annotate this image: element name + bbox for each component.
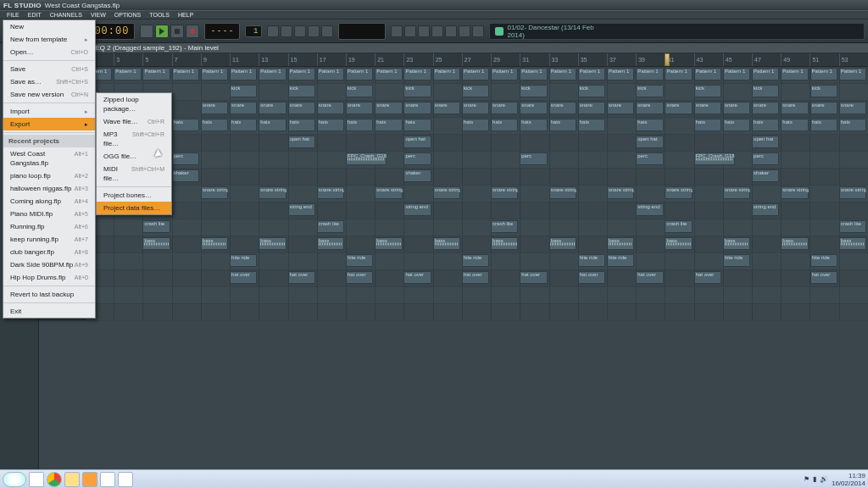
menu-item[interactable]: Piano MIDI.flpAlt+5	[3, 208, 95, 220]
menu-item[interactable]: Export▸	[3, 118, 95, 130]
playlist-track[interactable]: Track 16	[39, 304, 868, 321]
menu-item[interactable]: Save new versionCtrl+N	[3, 88, 95, 101]
pattern-clip[interactable]: hats	[694, 119, 721, 131]
toolbar-button[interactable]	[418, 25, 430, 37]
pattern-clip[interactable]: hat over	[288, 271, 315, 284]
pattern-clip[interactable]: snare	[607, 102, 634, 114]
pattern-clip[interactable]: snare	[259, 102, 286, 114]
tray-flag-icon[interactable]: ⚑	[804, 475, 810, 483]
pattern-clip[interactable]: hite ride	[346, 254, 373, 267]
pattern-clip[interactable]: snare	[810, 102, 837, 114]
menu-item[interactable]: New	[3, 20, 95, 33]
track-lane[interactable]: shakershakershakerFPC_Crash_G18InMed_21	[85, 169, 868, 185]
view-stepseq-button[interactable]	[281, 25, 292, 37]
pattern-clip[interactable]: hats	[172, 119, 199, 131]
pattern-clip[interactable]: snare	[317, 102, 344, 114]
pattern-clip[interactable]: hite ride	[578, 254, 605, 267]
menu-item[interactable]: piano loop.flpAlt+2	[3, 169, 95, 182]
pattern-clip[interactable]: hat over	[403, 271, 431, 284]
ruler-bar[interactable]: 35	[578, 53, 607, 66]
pattern-clip[interactable]: Pattern 1	[288, 68, 315, 80]
pattern-clip[interactable]: snare strings	[433, 186, 460, 199]
start-button[interactable]	[3, 472, 26, 487]
pattern-clip[interactable]: snare strings	[665, 186, 692, 199]
menu-item[interactable]: New from template▸	[3, 33, 95, 46]
menu-item[interactable]: MIDI file…Shift+Ctrl+M	[97, 163, 171, 185]
menu-item[interactable]: SaveCtrl+S	[3, 63, 95, 75]
ruler-bar[interactable]: 19	[346, 53, 375, 66]
pattern-clip[interactable]: snare	[578, 102, 605, 114]
ruler-bar[interactable]: 33	[549, 53, 578, 66]
pattern-clip[interactable]: hats	[317, 119, 344, 131]
pattern-clip[interactable]: shaker	[172, 169, 199, 182]
pattern-clip[interactable]: snare	[839, 102, 866, 114]
pattern-clip[interactable]: open hat	[288, 136, 315, 148]
pattern-clip[interactable]: Pattern 1	[665, 68, 692, 80]
pattern-clip[interactable]: Pattern 1	[403, 68, 431, 80]
pattern-clip[interactable]: hats	[549, 119, 576, 131]
menu-file[interactable]: FILE	[3, 11, 23, 19]
toolbar-button[interactable]	[472, 25, 484, 37]
pattern-clip[interactable]: hats	[491, 119, 518, 131]
menu-tools[interactable]: TOOLS	[146, 11, 173, 19]
pattern-clip[interactable]: hats	[578, 119, 605, 131]
pattern-clip[interactable]: Pattern 1	[462, 68, 489, 80]
ruler-bar[interactable]: 11	[230, 53, 259, 66]
audio-clip[interactable]: FPC_Crash_G18InMed_21	[346, 152, 387, 165]
pattern-clip[interactable]: snare strings	[375, 186, 402, 199]
pattern-clip[interactable]: hats	[346, 119, 373, 131]
pattern-clip[interactable]: snare strings	[839, 186, 866, 199]
view-mixer-button[interactable]	[321, 25, 333, 37]
pattern-clip[interactable]: snare strings	[317, 186, 344, 199]
pattern-clip[interactable]: Pattern 1	[375, 68, 402, 80]
pattern-clip[interactable]: crash lite	[491, 220, 518, 233]
pattern-clip[interactable]: hats	[201, 119, 228, 131]
track-lane[interactable]: hatshatshatshatshatshatshatshatshatshats…	[85, 118, 868, 134]
playlist-track[interactable]: Track 1Pattern 1Pattern 1Pattern 1Patter…	[39, 67, 868, 84]
track-lane[interactable]: hite ridehite ridehite ridehite ridehite…	[85, 253, 868, 269]
pattern-clip[interactable]: shaker	[403, 169, 431, 182]
pattern-clip[interactable]: snare	[549, 102, 576, 114]
pattern-clip[interactable]: Pattern 1	[549, 68, 576, 80]
pattern-clip[interactable]: snare strings	[723, 186, 750, 199]
pattern-clip[interactable]: snare	[636, 102, 663, 114]
tray-volume-icon[interactable]: 🔊	[820, 475, 828, 483]
toolbar-button[interactable]	[445, 25, 457, 37]
taskbar-icon[interactable]	[29, 472, 44, 487]
menu-item[interactable]: Project data files…	[97, 202, 171, 214]
pattern-clip[interactable]: hats	[403, 119, 431, 131]
track-lane[interactable]: string endstring endstring endstring end	[85, 202, 868, 219]
ruler-bar[interactable]: 27	[462, 53, 491, 66]
pattern-clip[interactable]: snare	[665, 102, 692, 114]
pattern-clip[interactable]: hite ride	[723, 254, 750, 267]
pattern-clip[interactable]: perc	[403, 152, 431, 165]
pattern-clip[interactable]: kick	[403, 85, 431, 97]
pattern-clip[interactable]: Pattern 1	[259, 68, 286, 80]
pattern-clip[interactable]: hite ride	[230, 254, 257, 267]
toolbar-button[interactable]	[459, 25, 470, 37]
menu-item[interactable]: Dark Side 90BPM.flpAlt+9	[3, 258, 95, 271]
menu-item[interactable]: Save as…Shift+Ctrl+S	[3, 75, 95, 88]
pattern-clip[interactable]: hats	[752, 119, 779, 131]
pattern-clip[interactable]: hats	[375, 119, 402, 131]
playlist-track[interactable]: Track 10crash litecrash litecrash litecr…	[39, 219, 868, 236]
menu-view[interactable]: VIEW	[87, 11, 109, 19]
pattern-clip[interactable]: hats	[810, 119, 837, 131]
pattern-clip[interactable]: hat over	[346, 271, 373, 284]
pattern-clip[interactable]: snare strings	[491, 186, 518, 199]
pattern-clip[interactable]: Pattern 1	[172, 68, 199, 80]
taskbar-icon[interactable]	[118, 472, 133, 487]
pattern-clip[interactable]: hat over	[636, 271, 663, 284]
pattern-clip[interactable]: Pattern 1	[810, 68, 837, 80]
pattern-clip[interactable]: snare strings	[549, 186, 576, 199]
pattern-clip[interactable]: snare	[230, 102, 257, 114]
taskbar-explorer-icon[interactable]	[64, 472, 80, 487]
track-lane[interactable]: Pattern 1Pattern 1Pattern 1Pattern 1Patt…	[85, 67, 868, 83]
pattern-clip[interactable]: hats	[839, 119, 866, 131]
pattern-clip[interactable]: Pattern 1	[433, 68, 460, 80]
pattern-clip[interactable]: string end	[288, 203, 315, 216]
pattern-clip[interactable]: Pattern 1	[114, 68, 141, 80]
taskbar-icon[interactable]	[100, 472, 115, 487]
ruler-bar[interactable]: 49	[781, 53, 810, 66]
pattern-clip[interactable]: open hat	[403, 136, 431, 148]
